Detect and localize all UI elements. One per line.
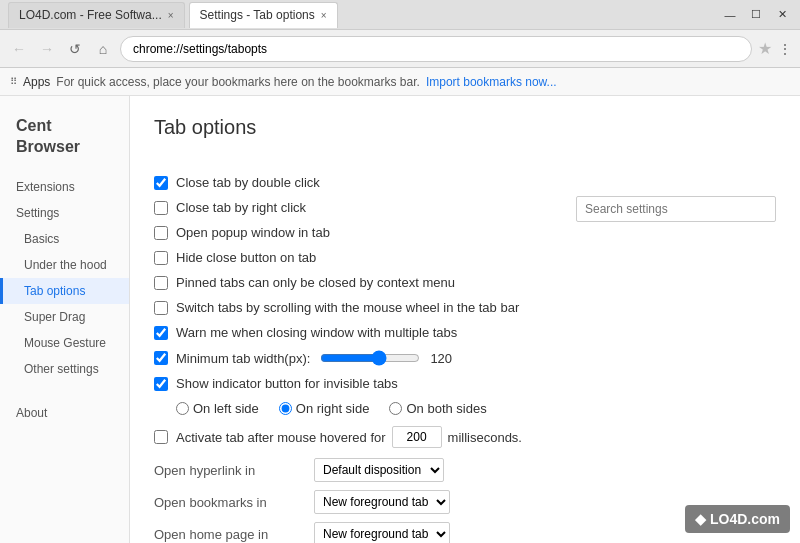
apps-icon: ⠿: [10, 76, 17, 87]
sidebar-divider: [0, 382, 129, 398]
radio-label-right[interactable]: On right side: [279, 401, 370, 416]
checkbox-switch-scroll[interactable]: [154, 301, 168, 315]
sidebar-item-tab-options[interactable]: Tab options: [0, 278, 129, 304]
radio-right-side[interactable]: [279, 402, 292, 415]
label-warn-close[interactable]: Warn me when closing window with multipl…: [176, 325, 457, 340]
sidebar-item-mouse-gesture[interactable]: Mouse Gesture: [0, 330, 129, 356]
label-bookmarks: Open bookmarks in: [154, 495, 314, 510]
radio-left-side[interactable]: [176, 402, 189, 415]
close-button[interactable]: ✕: [772, 7, 792, 23]
label-pinned-tabs[interactable]: Pinned tabs can only be closed by contex…: [176, 275, 455, 290]
label-invisible-tabs[interactable]: Show indicator button for invisible tabs: [176, 376, 398, 391]
checkbox-invisible-tabs[interactable]: [154, 377, 168, 391]
slider-value: 120: [430, 351, 452, 366]
bookmarks-text: For quick access, place your bookmarks h…: [56, 75, 420, 89]
select-hyperlink[interactable]: Default disposition: [314, 458, 444, 482]
min-tab-width-row: Minimum tab width(px): 120: [154, 350, 776, 366]
sidebar-about[interactable]: About: [0, 398, 129, 428]
select-bookmarks[interactable]: New foreground tab: [314, 490, 450, 514]
option-close-double-click: Close tab by double click: [154, 175, 776, 190]
label-popup-in-tab[interactable]: Open popup window in tab: [176, 225, 330, 240]
checkbox-hide-close-btn[interactable]: [154, 251, 168, 265]
maximize-button[interactable]: ☐: [746, 7, 766, 23]
dropdown-row-bookmarks: Open bookmarks in New foreground tab: [154, 490, 776, 514]
slider-label: Minimum tab width(px):: [176, 351, 310, 366]
forward-button[interactable]: →: [36, 38, 58, 60]
sidebar-brand: Cent Browser: [0, 112, 129, 174]
search-settings-input[interactable]: [576, 196, 776, 222]
sidebar-item-under-hood[interactable]: Under the hood: [0, 252, 129, 278]
tab-lo4d-label: LO4D.com - Free Softwa...: [19, 8, 162, 22]
option-warn-close: Warn me when closing window with multipl…: [154, 325, 776, 340]
back-button[interactable]: ←: [8, 38, 30, 60]
sidebar: Cent Browser Extensions Settings Basics …: [0, 96, 130, 543]
bookmark-star-icon[interactable]: ★: [758, 39, 772, 58]
menu-icon[interactable]: ⋮: [778, 41, 792, 57]
tab-settings[interactable]: Settings - Tab options ×: [189, 2, 338, 28]
label-close-right-click[interactable]: Close tab by right click: [176, 200, 306, 215]
dropdown-section: Open hyperlink in Default disposition Op…: [154, 458, 776, 543]
label-hover-after: milliseconds.: [448, 430, 522, 445]
label-hide-close-btn[interactable]: Hide close button on tab: [176, 250, 316, 265]
minimize-button[interactable]: —: [720, 7, 740, 23]
address-input[interactable]: [120, 36, 752, 62]
tab-settings-label: Settings - Tab options: [200, 8, 315, 22]
tabs-container: LO4D.com - Free Softwa... × Settings - T…: [8, 2, 338, 28]
radio-both-sides[interactable]: [389, 402, 402, 415]
sidebar-item-other-settings[interactable]: Other settings: [0, 356, 129, 382]
dropdown-row-hyperlink: Open hyperlink in Default disposition: [154, 458, 776, 482]
radio-label-left[interactable]: On left side: [176, 401, 259, 416]
label-close-double-click[interactable]: Close tab by double click: [176, 175, 320, 190]
checkbox-warn-close[interactable]: [154, 326, 168, 340]
option-hide-close-btn: Hide close button on tab: [154, 250, 776, 265]
radio-label-both[interactable]: On both sides: [389, 401, 486, 416]
title-bar: LO4D.com - Free Softwa... × Settings - T…: [0, 0, 800, 30]
apps-label: Apps: [23, 75, 50, 89]
checkbox-min-tab-width[interactable]: [154, 351, 168, 365]
hover-activate-row: Activate tab after mouse hovered for mil…: [154, 426, 776, 448]
label-hyperlink: Open hyperlink in: [154, 463, 314, 478]
tab-lo4d-close[interactable]: ×: [168, 10, 174, 21]
min-tab-width-slider[interactable]: [320, 350, 420, 366]
checkbox-close-double-click[interactable]: [154, 176, 168, 190]
label-switch-scroll[interactable]: Switch tabs by scrolling with the mouse …: [176, 300, 519, 315]
indicator-position-group: On left side On right side On both sides: [176, 401, 776, 416]
sidebar-item-super-drag[interactable]: Super Drag: [0, 304, 129, 330]
option-invisible-tabs: Show indicator button for invisible tabs: [154, 376, 776, 391]
option-switch-scroll: Switch tabs by scrolling with the mouse …: [154, 300, 776, 315]
home-button[interactable]: ⌂: [92, 38, 114, 60]
hover-activate-input[interactable]: [392, 426, 442, 448]
bookmarks-bar: ⠿ Apps For quick access, place your book…: [0, 68, 800, 96]
content-header: Tab options: [154, 116, 776, 159]
sidebar-item-extensions[interactable]: Extensions: [0, 174, 129, 200]
checkbox-hover-activate[interactable]: [154, 430, 168, 444]
option-pinned-tabs: Pinned tabs can only be closed by contex…: [154, 275, 776, 290]
checkbox-pinned-tabs[interactable]: [154, 276, 168, 290]
dropdown-row-homepage: Open home page in New foreground tab: [154, 522, 776, 543]
select-homepage[interactable]: New foreground tab: [314, 522, 450, 543]
refresh-button[interactable]: ↺: [64, 38, 86, 60]
content-area: Tab options Close tab by double click Cl…: [130, 96, 800, 543]
tab-settings-close[interactable]: ×: [321, 10, 327, 21]
main-layout: Cent Browser Extensions Settings Basics …: [0, 96, 800, 543]
window-controls: — ☐ ✕: [720, 7, 792, 23]
import-bookmarks-link[interactable]: Import bookmarks now...: [426, 75, 557, 89]
address-bar: ← → ↺ ⌂ ★ ⋮: [0, 30, 800, 68]
page-title: Tab options: [154, 116, 256, 139]
tab-lo4d[interactable]: LO4D.com - Free Softwa... ×: [8, 2, 185, 28]
checkbox-popup-in-tab[interactable]: [154, 226, 168, 240]
sidebar-item-basics[interactable]: Basics: [0, 226, 129, 252]
checkbox-close-right-click[interactable]: [154, 201, 168, 215]
label-homepage: Open home page in: [154, 527, 314, 542]
option-popup-in-tab: Open popup window in tab: [154, 225, 776, 240]
sidebar-item-settings[interactable]: Settings: [0, 200, 129, 226]
label-hover-before[interactable]: Activate tab after mouse hovered for: [176, 430, 386, 445]
